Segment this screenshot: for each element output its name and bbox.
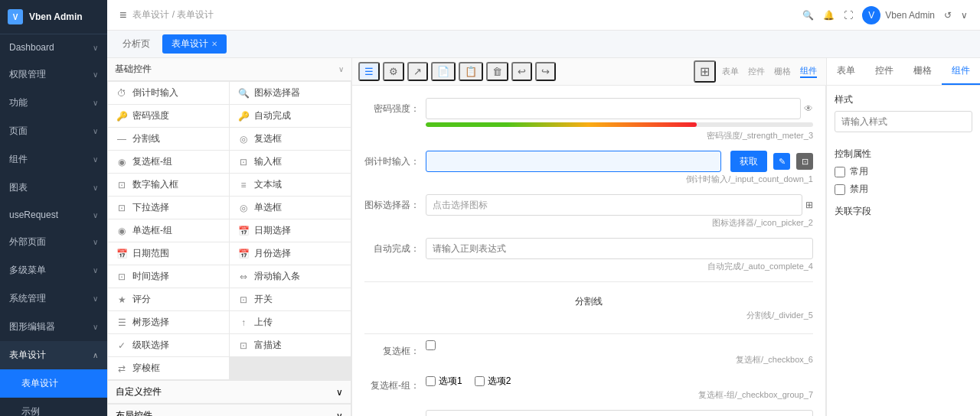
layout-controls-header[interactable]: 布局控件 ∨ — [108, 404, 351, 416]
control-tree-select[interactable]: ☰ 树形选择 — [108, 311, 229, 333]
disabled-label: 禁用 — [850, 183, 868, 196]
auto-complete-input[interactable] — [426, 238, 813, 259]
control-rich-text[interactable]: ⊡ 富描述 — [230, 334, 351, 356]
control-traverse[interactable]: ⇄ 穿梭框 — [108, 357, 229, 379]
toolbar-copy-btn[interactable]: 📋 — [459, 62, 483, 81]
toolbar-redo-btn[interactable]: ↪ — [535, 62, 556, 81]
refresh-icon[interactable]: ↺ — [944, 10, 952, 21]
control-date-pick[interactable]: 📅 日期选择 — [230, 219, 351, 242]
toolbar: ☰ ⚙ ↗ 📄 📋 🗑 ↩ ↪ ⊞ 表单 控件 栅格 组件 — [352, 58, 826, 86]
toolbar-undo-btn[interactable]: ↩ — [511, 62, 532, 81]
sidebar-item-system[interactable]: 系统管理 ∨ — [0, 284, 107, 313]
icon-grid-icon[interactable]: ⊞ — [805, 200, 813, 210]
related-field-section: 关联字段 — [835, 205, 972, 218]
control-checkbox-group[interactable]: ◉ 复选框-组 — [108, 151, 229, 173]
toolbar-list-btn[interactable]: ☰ — [358, 62, 380, 81]
checkbox-input[interactable] — [426, 340, 436, 350]
radio-icon: ◎ — [237, 203, 250, 213]
avatar: V — [862, 6, 880, 24]
sidebar-item-page[interactable]: 页面 ∨ — [0, 117, 107, 145]
disabled-checkbox[interactable] — [835, 184, 845, 195]
control-textarea[interactable]: ≡ 文本域 — [230, 174, 351, 196]
style-input[interactable] — [835, 111, 972, 132]
right-tab-control[interactable]: 控件 — [865, 58, 903, 85]
control-month-pick[interactable]: 📅 月份选择 — [230, 242, 351, 265]
sidebar-item-external[interactable]: 外部页面 ∨ — [0, 228, 107, 256]
sidebar-item-menu[interactable]: 多级菜单 ∨ — [0, 256, 107, 284]
control-radio[interactable]: ◎ 单选框 — [230, 197, 351, 219]
checkbox-option1[interactable]: 选项1 — [426, 375, 462, 388]
input-field[interactable] — [426, 410, 813, 416]
control-cascade[interactable]: ✓ 级联选择 — [108, 334, 229, 356]
countdown-input-field[interactable] — [426, 151, 721, 172]
control-upload[interactable]: ↑ 上传 — [230, 311, 351, 333]
eye-icon[interactable]: 👁 — [804, 103, 813, 114]
control-divider[interactable]: — 分割线 — [108, 128, 229, 150]
sidebar-item-userequest[interactable]: useRequest ∨ — [0, 202, 107, 228]
sidebar-item-example[interactable]: 示例 — [0, 398, 107, 416]
password-strength-input[interactable] — [426, 98, 801, 119]
control-checkbox[interactable]: ◎ 复选框 — [230, 128, 351, 150]
control-icon-picker[interactable]: 🔍 图标选择器 — [230, 82, 351, 104]
control-switch[interactable]: ⊡ 开关 — [230, 288, 351, 310]
control-dropdown[interactable]: ⊡ 下拉选择 — [108, 197, 229, 219]
countdown-control: 获取 ✎ ⊡ 倒计时输入/_input_count_down_1 — [426, 151, 813, 185]
control-input[interactable]: ⊡ 输入框 — [230, 151, 351, 173]
control-input-label: 输入框 — [254, 155, 282, 168]
checkbox-group-path: 复选框-组/_checkbox_group_7 — [426, 389, 813, 401]
control-rating[interactable]: ★ 评分 — [108, 288, 229, 310]
toolbar-settings-btn[interactable]: ⚙ — [383, 62, 404, 81]
icon-picker-button[interactable]: 点击选择图标 — [426, 194, 802, 216]
controls-grid: ⏱ 倒计时输入 🔍 图标选择器 🔑 密码强度 🔑 自动完成 — 分割线 — [107, 81, 351, 416]
toolbar-grid-label: 栅格 — [774, 66, 791, 77]
bell-icon[interactable]: 🔔 — [823, 10, 835, 21]
tab-close-icon[interactable]: ✕ — [211, 40, 217, 48]
tab-form-design[interactable]: 表单设计 ✕ — [162, 34, 227, 54]
toolbar-export-btn[interactable]: ↗ — [407, 62, 428, 81]
control-slide-input[interactable]: ⇔ 滑动输入条 — [230, 265, 351, 288]
sidebar-item-form-design[interactable]: 表单设计 — [0, 369, 107, 398]
search-icon[interactable]: 🔍 — [802, 10, 814, 21]
control-countdown-input[interactable]: ⏱ 倒计时输入 — [108, 82, 229, 104]
menu-icon[interactable]: ≡ — [119, 8, 126, 22]
sidebar-item-form[interactable]: 表单设计 ∧ — [0, 341, 107, 369]
sidebar-item-permission[interactable]: 权限管理 ∨ — [0, 60, 107, 89]
user-info: V Vben Admin — [862, 6, 935, 24]
toolbar-import-btn[interactable]: 📄 — [431, 62, 456, 81]
toolbar-delete-btn[interactable]: 🗑 — [486, 62, 508, 81]
right-tab-form[interactable]: 表单 — [827, 58, 865, 85]
sidebar-item-dashboard[interactable]: Dashboard ∨ — [0, 34, 107, 60]
control-date-range[interactable]: 📅 日期范围 — [108, 242, 229, 265]
divider-path: 分割线/_divider_5 — [364, 310, 813, 321]
dropdown-icon: ⊡ — [116, 203, 128, 213]
basic-controls-header[interactable]: 基础控件 ∨ — [107, 58, 351, 81]
topbar-right: 🔍 🔔 ⛶ V Vben Admin ↺ ∨ — [802, 6, 968, 24]
checkbox-opt1-input[interactable] — [426, 376, 436, 386]
sidebar-item-component[interactable]: 组件 ∨ — [0, 145, 107, 174]
checkbox-opt2-input[interactable] — [475, 376, 485, 386]
checkbox-option2[interactable]: 选项2 — [475, 375, 511, 388]
sidebar-item-function[interactable]: 功能 ∨ — [0, 89, 107, 117]
disabled-prop: 禁用 — [835, 183, 972, 196]
tab-analysis-label: 分析页 — [122, 37, 150, 50]
sidebar-item-chart[interactable]: 图表 ∨ — [0, 174, 107, 202]
sidebar-item-editor[interactable]: 图形编辑器 ∨ — [0, 313, 107, 341]
control-icon-picker-label: 图标选择器 — [254, 86, 300, 99]
dropdown-icon[interactable]: ∨ — [961, 10, 968, 21]
tab-analysis[interactable]: 分析页 — [113, 34, 159, 54]
common-prop: 常用 — [835, 165, 972, 178]
control-time-pick[interactable]: ⊡ 时间选择 — [108, 265, 229, 288]
toolbar-grid-btn[interactable]: ⊞ — [694, 60, 716, 83]
control-password-strength[interactable]: 🔑 密码强度 — [108, 105, 229, 127]
get-button[interactable]: 获取 — [730, 151, 767, 172]
common-checkbox[interactable] — [835, 167, 845, 177]
control-radio-group[interactable]: ◉ 单选框-组 — [108, 219, 229, 242]
control-number-input[interactable]: ⊡ 数字输入框 — [108, 174, 229, 196]
copy-icon-btn[interactable]: ⊡ — [796, 153, 813, 170]
custom-controls-header[interactable]: 自定义控件 ∨ — [108, 380, 351, 403]
right-tab-grid[interactable]: 栅格 — [903, 58, 942, 85]
control-auto-complete[interactable]: 🔑 自动完成 — [230, 105, 351, 127]
right-tab-component[interactable]: 组件 — [942, 58, 980, 85]
edit-icon-btn[interactable]: ✎ — [773, 153, 790, 170]
expand-icon[interactable]: ⛶ — [844, 10, 853, 21]
